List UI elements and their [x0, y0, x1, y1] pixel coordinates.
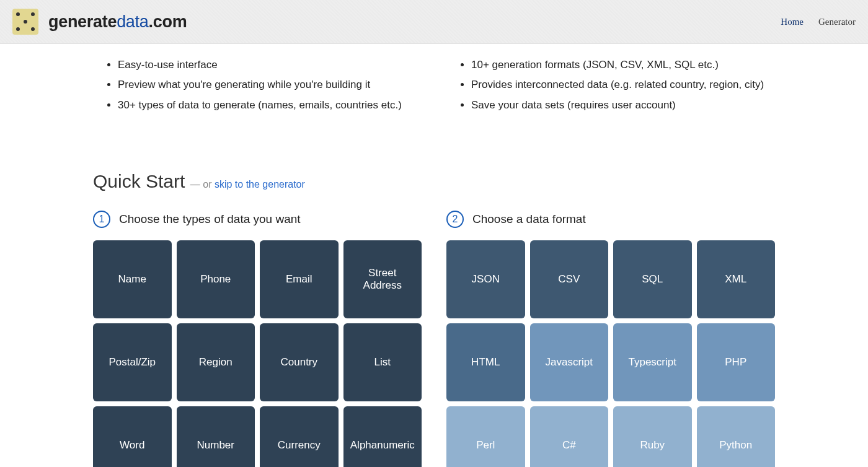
- data-type-tile[interactable]: Email: [260, 240, 339, 318]
- feature-item: Save your data sets (requires user accou…: [471, 95, 775, 115]
- quick-start-title: Quick Start: [93, 171, 185, 191]
- feature-item: 10+ generation formats (JSON, CSV, XML, …: [471, 55, 775, 75]
- data-type-tile[interactable]: Name: [93, 240, 172, 318]
- step-number-badge: 1: [93, 211, 110, 228]
- step-number-badge: 2: [446, 211, 464, 228]
- nav-home[interactable]: Home: [781, 17, 804, 27]
- quick-start-section: Quick Start — or skip to the generator: [93, 171, 775, 192]
- format-tile[interactable]: Python: [697, 406, 776, 467]
- data-types-grid: NamePhoneEmailStreet AddressPostal/ZipRe…: [93, 240, 422, 467]
- formats-grid: JSONCSVSQLXMLHTMLJavascriptTypescriptPHP…: [446, 240, 775, 467]
- step-label-text: Choose a data format: [472, 212, 586, 226]
- format-tile[interactable]: Perl: [446, 406, 525, 467]
- step-label-text: Choose the types of data you want: [119, 212, 301, 226]
- dice-logo-icon: [12, 9, 38, 35]
- quick-start-subtitle: — or skip to the generator: [190, 179, 305, 190]
- nav-generator[interactable]: Generator: [818, 17, 856, 27]
- feature-item: 30+ types of data to generate (names, em…: [118, 95, 422, 115]
- feature-item: Provides interconnected data (e.g. relat…: [471, 75, 775, 95]
- skip-to-generator-link[interactable]: skip to the generator: [215, 179, 305, 190]
- data-type-tile[interactable]: Currency: [260, 406, 339, 467]
- format-tile[interactable]: Typescript: [613, 323, 692, 401]
- format-tile[interactable]: C#: [530, 406, 609, 467]
- format-tile[interactable]: XML: [697, 240, 776, 318]
- top-nav: Home Generator: [781, 17, 856, 27]
- features-row: Easy-to-use interface Preview what you'r…: [93, 55, 775, 115]
- data-type-tile[interactable]: Phone: [177, 240, 255, 318]
- step-1-heading: 1 Choose the types of data you want: [93, 211, 422, 228]
- format-tile[interactable]: CSV: [530, 240, 609, 318]
- format-tile[interactable]: SQL: [613, 240, 692, 318]
- brand[interactable]: generatedata.com: [12, 9, 187, 35]
- data-type-tile[interactable]: Word: [93, 406, 172, 467]
- data-type-tile[interactable]: Postal/Zip: [93, 323, 172, 401]
- step-2-column: 2 Choose a data format JSONCSVSQLXMLHTML…: [446, 211, 775, 467]
- format-tile[interactable]: HTML: [446, 323, 525, 401]
- data-type-tile[interactable]: Country: [260, 323, 339, 401]
- data-type-tile[interactable]: Region: [177, 323, 255, 401]
- data-type-tile[interactable]: Street Address: [343, 240, 422, 318]
- data-type-tile[interactable]: Alphanumeric: [343, 406, 422, 467]
- feature-item: Preview what you're generating while you…: [118, 75, 422, 95]
- features-left: Easy-to-use interface Preview what you'r…: [93, 55, 422, 115]
- feature-item: Easy-to-use interface: [118, 55, 422, 75]
- step-1-column: 1 Choose the types of data you want Name…: [93, 211, 422, 467]
- data-type-tile[interactable]: List: [343, 323, 422, 401]
- top-header: generatedata.com Home Generator: [0, 0, 868, 44]
- format-tile[interactable]: PHP: [697, 323, 776, 401]
- step-2-heading: 2 Choose a data format: [446, 211, 775, 228]
- data-type-tile[interactable]: Number: [177, 406, 255, 467]
- format-tile[interactable]: JSON: [446, 240, 525, 318]
- format-tile[interactable]: Ruby: [613, 406, 692, 467]
- brand-title: generatedata.com: [48, 12, 187, 32]
- format-tile[interactable]: Javascript: [530, 323, 609, 401]
- features-right: 10+ generation formats (JSON, CSV, XML, …: [446, 55, 775, 115]
